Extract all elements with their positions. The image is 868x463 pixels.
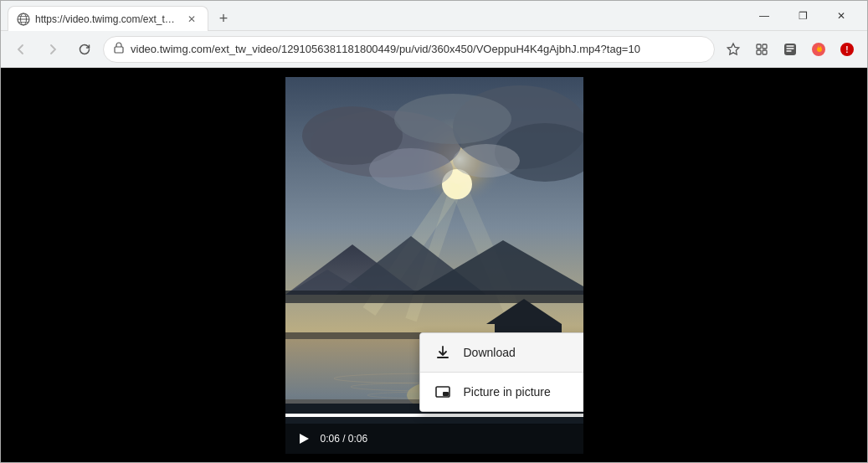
video-progress-bar[interactable] [285,414,583,417]
address-bar[interactable]: video.twimg.com/ext_tw_video/12910563811… [103,36,715,63]
context-menu: Download Picture in picture [419,332,583,412]
svg-rect-8 [757,50,761,54]
page-content: 0:06 / 0:06 Download Picture in picture [1,68,867,462]
video-progress-fill [285,414,583,417]
svg-point-25 [369,148,453,190]
download-menu-item[interactable]: Download [420,333,583,372]
maximize-button[interactable]: ❐ [783,1,822,31]
back-button[interactable] [8,36,34,63]
refresh-button[interactable] [71,36,98,63]
window-controls: — ❐ ✕ [745,1,860,31]
red-extension-button[interactable]: ! [834,36,860,63]
flame-extension-button[interactable] [805,36,832,63]
svg-rect-9 [763,50,767,54]
download-label: Download [464,346,516,359]
toolbar: video.twimg.com/ext_tw_video/12910563811… [1,31,867,68]
svg-rect-45 [437,357,449,358]
time-display: 0:06 / 0:06 [321,433,368,445]
minimize-button[interactable]: — [745,1,783,31]
active-tab[interactable]: https://video.twimg.com/ext_tw... ✕ [8,6,208,31]
browser-window: https://video.twimg.com/ext_tw... ✕ + — … [0,0,868,463]
svg-rect-6 [757,44,761,49]
svg-marker-44 [300,434,309,444]
svg-rect-10 [784,44,796,55]
tabs-area: https://video.twimg.com/ext_tw... ✕ + [8,1,745,30]
svg-rect-5 [115,47,123,53]
tab-favicon [17,13,30,26]
address-text: video.twimg.com/ext_tw_video/12910563811… [131,43,704,55]
video-player[interactable]: 0:06 / 0:06 Download Picture in picture [285,77,583,454]
pip-menu-item[interactable]: Picture in picture [420,372,583,411]
bookmark-star-button[interactable] [720,36,747,63]
toolbar-actions: ! [720,36,860,63]
svg-text:!: ! [845,45,848,54]
svg-point-26 [453,144,520,177]
pip-label: Picture in picture [464,385,551,399]
video-controls: 0:06 / 0:06 [285,424,583,454]
close-button[interactable]: ✕ [822,1,860,31]
svg-point-24 [394,94,511,144]
tab-title: https://video.twimg.com/ext_tw... [35,13,179,25]
extensions-button[interactable] [748,36,775,63]
new-tab-button[interactable]: + [212,7,235,30]
pip-icon [434,383,452,401]
svg-rect-31 [285,291,583,303]
tab-close-button[interactable]: ✕ [184,12,199,27]
bookmark-extension-button[interactable] [777,36,804,63]
lock-icon [114,42,124,56]
title-bar: https://video.twimg.com/ext_tw... ✕ + — … [1,1,867,31]
download-icon [434,343,452,362]
svg-rect-47 [443,392,449,396]
svg-rect-7 [763,44,767,49]
forward-button[interactable] [39,36,66,63]
play-button[interactable] [294,429,314,449]
